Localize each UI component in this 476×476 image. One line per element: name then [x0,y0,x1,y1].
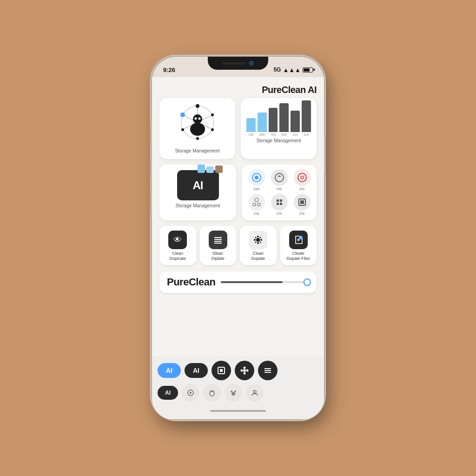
grid-icon-4 [248,194,265,211]
phone-frame: 9:26 5G ▲▲▲ PureClean AI [152,57,324,419]
screen-content: PureClean AI [152,81,324,356]
slider-track[interactable] [221,281,309,283]
grid-icon-item-2[interactable]: 0/0 [269,169,289,191]
clean-duplicate-btn-2[interactable]: CleanDupate [240,226,277,265]
grid-icon-item-1[interactable]: 100 [246,169,266,191]
grid-icon-6 [294,194,311,211]
svg-point-22 [255,198,258,202]
svg-rect-33 [214,241,222,242]
grid-icons: 100 0/0 2/0 [246,169,312,216]
svg-rect-32 [214,239,222,240]
bar-label-4: 600 [282,133,287,136]
clean-duplicate-btn[interactable]: 👁 CleanDupicate [159,226,196,265]
pureclean-banner: PureClean [159,271,317,293]
grid-icon-text-2: 0/0 [277,187,282,191]
nav-btn-ai-sm[interactable]: AI [158,386,178,400]
grid-icon-text-3: 2/0 [299,187,304,191]
svg-point-50 [243,369,246,372]
svg-point-23 [253,203,256,206]
svg-point-62 [212,390,214,392]
svg-point-14 [194,118,197,120]
speaker [222,62,245,65]
svg-point-67 [253,390,256,393]
dead-dup-label: DleacDiplate [212,251,225,261]
svg-point-52 [244,372,246,375]
svg-point-16 [190,123,205,136]
nav-icon-list[interactable] [258,361,278,380]
nav-icon-user[interactable] [246,384,264,402]
nav-icon-circle-1[interactable] [182,384,199,402]
grid-icon-text-4: 2% [254,212,259,216]
bar-group-6: 100 [302,100,311,136]
file-block-2 [206,166,214,173]
feature-row: 👁 CleanDupicate DleacDiplate [159,226,317,265]
svg-point-42 [255,242,257,243]
grid-icon-item-6[interactable]: 2% [292,194,312,216]
nav-icon-paw-1[interactable] [203,384,221,402]
nav-tab-ai-blue[interactable]: AI [158,363,181,378]
bar-group-3: 700 [269,108,278,136]
svg-point-53 [241,370,243,372]
svg-point-59 [190,392,192,394]
bar-2 [258,112,267,132]
top-section: Storage Management 100 800 [159,98,317,159]
svg-point-15 [198,118,200,120]
nav-icon-flower[interactable] [235,361,254,380]
ai-box-icon: AI [177,170,219,200]
nav-icon-square[interactable] [212,361,231,380]
home-indicator [210,410,266,412]
nav-icon-paw-2[interactable] [225,384,242,402]
storage-ai-label: Storage Management [175,203,220,208]
svg-point-21 [301,176,304,179]
grid-icon-item-5[interactable]: 2% [269,194,289,216]
grid-icon-2 [271,169,288,186]
svg-point-18 [255,176,258,179]
wifi-icon: ▲▲▲ [283,66,301,73]
svg-point-43 [260,242,261,243]
bar-label-1: 100 [248,133,254,136]
svg-rect-25 [277,199,279,202]
svg-point-65 [231,390,232,392]
grid-icon-3 [294,169,311,186]
front-camera [249,61,254,66]
status-icons: 5G ▲▲▲ [273,66,313,73]
svg-point-66 [234,390,236,392]
bar-label-3: 700 [271,133,276,136]
battery-icon [303,67,313,73]
ai-box-label: AI [193,179,203,192]
ai-figure-label: Storage Management [175,148,219,153]
grid-icon-item-3[interactable]: 2/0 [292,169,312,191]
clean-dup-label-2: CleanDupate [251,251,265,261]
bar-label-5: 210 [292,133,298,136]
clean-dup-label: CleanDupicate [169,251,186,261]
status-time: 9:26 [163,66,175,73]
signal-icon: 5G [273,66,281,73]
nav-btn-ai-label: AI [165,390,171,396]
storage-ai-section: AI Storage Management 100 [159,165,317,220]
bar-group-1: 100 [246,118,256,136]
svg-point-37 [257,242,259,244]
nav-tab-ai-dark[interactable]: AI [185,363,208,378]
bar-label-6: 100 [304,133,309,136]
bar-label-2: 800 [259,133,265,136]
svg-rect-55 [264,368,271,369]
clean-dup-icon: 👁 [168,231,187,249]
grid-icon-item-4[interactable]: 2% [246,194,266,216]
svg-rect-26 [280,199,282,202]
svg-point-54 [246,370,249,372]
svg-rect-31 [214,237,222,238]
grid-icon-text-5: 2% [277,212,282,216]
create-dup-files-btn[interactable]: A CleateDupate Files [280,226,317,265]
svg-point-61 [210,390,212,392]
svg-point-3 [211,128,214,131]
slider-fill [221,281,283,283]
dead-duplicate-btn[interactable]: DleacDiplate [200,226,237,265]
slider-thumb[interactable] [304,278,311,286]
svg-point-4 [196,137,199,140]
svg-rect-57 [264,372,271,373]
svg-point-39 [260,239,262,241]
svg-point-20 [298,173,306,182]
chart-card: 100 800 700 600 [241,98,317,159]
svg-point-5 [181,128,184,131]
svg-point-1 [196,104,199,108]
